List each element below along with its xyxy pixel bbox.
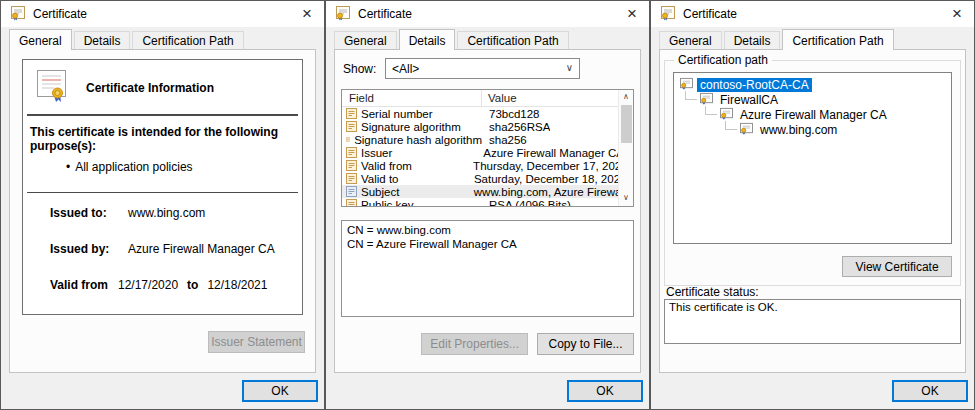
field-name: Issuer bbox=[361, 147, 392, 159]
details-tab-page: Show: <All> ∨ Field Value Serial number … bbox=[334, 49, 641, 373]
scroll-up-icon[interactable]: ∧ bbox=[623, 90, 629, 103]
field-icon bbox=[346, 173, 357, 184]
field-value: Azure Firewall Manager CA bbox=[476, 147, 618, 159]
field-column-header[interactable]: Field bbox=[342, 90, 482, 106]
ok-button[interactable]: OK bbox=[567, 380, 643, 402]
field-name: Signature hash algorithm bbox=[354, 134, 482, 146]
copy-to-file-button[interactable]: Copy to File... bbox=[537, 333, 634, 355]
tree-item-label: Azure Firewall Manager CA bbox=[737, 108, 890, 122]
field-value: Saturday, December 18, 2021... bbox=[467, 173, 618, 185]
general-tab-page: Certificate Information This certificate… bbox=[9, 49, 316, 373]
preview-line: CN = Azure Firewall Manager CA bbox=[347, 237, 628, 251]
tree-item-azure-firewall-manager-ca[interactable]: Azure Firewall Manager CA bbox=[676, 107, 949, 122]
tree-item-label: www.bing.com bbox=[757, 123, 840, 137]
table-row[interactable]: Issuer Azure Firewall Manager CA bbox=[342, 146, 618, 159]
issued-to-value: www.bing.com bbox=[128, 206, 205, 220]
field-icon bbox=[346, 121, 357, 132]
table-row[interactable]: Serial number 73bcd128 bbox=[342, 107, 618, 120]
tree-item-label: FirewallCA bbox=[717, 93, 781, 107]
tab-certification-path[interactable]: Certification Path bbox=[782, 29, 893, 50]
certificate-status-label: Certificate status: bbox=[666, 285, 759, 299]
field-icon bbox=[346, 160, 357, 171]
title-bar[interactable]: Certificate × bbox=[326, 1, 649, 27]
valid-to-word: to bbox=[187, 278, 198, 292]
ok-button[interactable]: OK bbox=[892, 380, 968, 402]
tab-details[interactable]: Details bbox=[399, 29, 456, 50]
tab-general[interactable]: General bbox=[334, 31, 397, 49]
tab-general[interactable]: General bbox=[659, 31, 722, 49]
issued-to-label: Issued to: bbox=[50, 206, 116, 220]
table-row[interactable]: Signature algorithm sha256RSA bbox=[342, 120, 618, 133]
field-name: Public key bbox=[361, 199, 413, 208]
chevron-down-icon: ∨ bbox=[566, 62, 573, 73]
certification-path-tree: contoso-RootCA-CA FirewallCA Azure Firew… bbox=[673, 72, 952, 244]
screen: Certificate × General Details Certificat… bbox=[0, 0, 975, 410]
tree-item-label: contoso-RootCA-CA bbox=[697, 78, 812, 92]
scroll-down-icon[interactable]: ∨ bbox=[623, 193, 629, 206]
table-row[interactable]: Public key RSA (4096 Bits) bbox=[342, 198, 618, 207]
show-dropdown[interactable]: <All> ∨ bbox=[385, 58, 580, 79]
field-value-list: Field Value Serial number 73bcd128 Signa… bbox=[341, 89, 634, 207]
field-icon bbox=[346, 147, 357, 158]
field-name: Valid to bbox=[361, 173, 399, 185]
tab-details[interactable]: Details bbox=[74, 31, 131, 49]
tree-item-firewall-ca[interactable]: FirewallCA bbox=[676, 92, 949, 107]
title-bar[interactable]: Certificate × bbox=[1, 1, 324, 27]
field-name: Valid from bbox=[361, 160, 412, 172]
certification-path-tab-page: Certification path contoso-RootCA-CA Fir… bbox=[659, 49, 966, 373]
certificate-status-box: This certificate is OK. bbox=[664, 299, 961, 344]
field-icon bbox=[346, 134, 350, 145]
field-value: RSA (4096 Bits) bbox=[482, 199, 571, 208]
close-icon[interactable]: × bbox=[946, 4, 968, 24]
tree-connector bbox=[685, 91, 697, 100]
certificate-icon bbox=[739, 122, 754, 138]
certificate-icon bbox=[335, 5, 351, 24]
tree-item-www-bing-com[interactable]: www.bing.com bbox=[676, 122, 949, 137]
valid-from-label: Valid from bbox=[50, 278, 108, 292]
tab-certification-path[interactable]: Certification Path bbox=[457, 31, 568, 49]
issued-to-row: Issued to: www.bing.com bbox=[50, 206, 293, 220]
bullet-icon: • bbox=[66, 160, 70, 174]
show-dropdown-value: <All> bbox=[392, 62, 419, 76]
title-bar[interactable]: Certificate × bbox=[651, 1, 974, 27]
field-value: Thursday, December 17, 2020... bbox=[466, 160, 618, 172]
edit-properties-button: Edit Properties... bbox=[421, 333, 528, 355]
scrollbar-thumb[interactable] bbox=[621, 105, 632, 143]
field-name: Subject bbox=[361, 186, 399, 198]
issued-by-value: Azure Firewall Manager CA bbox=[128, 242, 275, 256]
valid-range-row: Valid from 12/17/2020 to 12/18/2021 bbox=[50, 278, 293, 292]
ok-button[interactable]: OK bbox=[242, 380, 318, 402]
list-header: Field Value bbox=[342, 90, 618, 107]
table-row[interactable]: Valid to Saturday, December 18, 2021... bbox=[342, 172, 618, 185]
window-title: Certificate bbox=[683, 7, 737, 21]
tree-connector bbox=[705, 106, 717, 115]
certificate-window-details: Certificate × General Details Certificat… bbox=[325, 0, 650, 410]
vertical-scrollbar[interactable]: ∧ ∨ bbox=[618, 90, 633, 206]
issued-by-label: Issued by: bbox=[50, 242, 116, 256]
table-row-selected[interactable]: Subject www.bing.com, Azure Firewall... bbox=[342, 185, 618, 198]
table-row[interactable]: Valid from Thursday, December 17, 2020..… bbox=[342, 159, 618, 172]
table-row[interactable]: Signature hash algorithm sha256 bbox=[342, 133, 618, 146]
close-icon[interactable]: × bbox=[296, 4, 318, 24]
tab-certification-path[interactable]: Certification Path bbox=[132, 31, 243, 49]
view-certificate-button[interactable]: View Certificate bbox=[842, 256, 952, 277]
close-icon[interactable]: × bbox=[621, 4, 643, 24]
certificate-information-heading: Certificate Information bbox=[86, 81, 214, 95]
window-title: Certificate bbox=[33, 7, 87, 21]
certificate-large-icon bbox=[34, 69, 70, 106]
value-column-header[interactable]: Value bbox=[482, 92, 517, 104]
certificate-status-text: This certificate is OK. bbox=[669, 301, 778, 313]
field-value: sha256 bbox=[482, 134, 527, 146]
tree-connector bbox=[725, 121, 737, 130]
certificate-icon bbox=[660, 5, 676, 24]
tab-details[interactable]: Details bbox=[724, 31, 781, 49]
issued-by-row: Issued by: Azure Firewall Manager CA bbox=[50, 242, 293, 256]
tree-item-root-ca[interactable]: contoso-RootCA-CA bbox=[676, 77, 949, 92]
certificate-window-certification-path: Certificate × General Details Certificat… bbox=[650, 0, 975, 410]
tab-strip: General Details Certification Path bbox=[659, 28, 966, 49]
tab-strip: General Details Certification Path bbox=[9, 28, 316, 49]
field-value: 73bcd128 bbox=[482, 108, 540, 120]
tab-general[interactable]: General bbox=[9, 29, 72, 50]
preview-line: CN = www.bing.com bbox=[347, 223, 628, 237]
certification-path-groupbox: Certification path contoso-RootCA-CA Fir… bbox=[664, 60, 961, 286]
